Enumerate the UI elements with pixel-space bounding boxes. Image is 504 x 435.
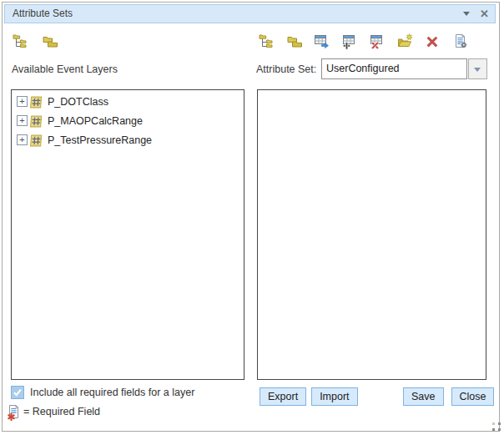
export-button[interactable]: Export (260, 387, 306, 406)
event-layers-tree-icon[interactable] (13, 33, 29, 51)
import-button[interactable]: Import (311, 387, 357, 406)
tree-item-label[interactable]: P_TestPressureRange (48, 131, 152, 150)
tree-row[interactable]: + P_TestPressureRange (12, 131, 244, 150)
include-required-fields-label: Include all required fields for a layer (30, 386, 194, 400)
combobox-dropdown-button[interactable] (468, 58, 487, 79)
close-icon[interactable]: ✕ (480, 6, 489, 23)
document-asterisk-icon (7, 404, 22, 424)
new-folder-icon[interactable] (396, 33, 413, 51)
delete-icon[interactable] (424, 33, 441, 51)
tree-row[interactable]: + P_DOTClass (12, 93, 244, 112)
dialog-title: Attribute Sets (13, 5, 73, 23)
attribute-set-fields-panel[interactable] (257, 89, 486, 380)
export-table-icon[interactable] (314, 33, 330, 51)
save-close-buttons: Save Close (403, 387, 494, 406)
import-export-buttons: Export Import (260, 387, 358, 406)
attribute-set-label: Attribute Set: (256, 61, 316, 78)
toolbar-right (259, 33, 468, 53)
toolbar-left (13, 33, 58, 53)
chevron-down-icon[interactable] (463, 12, 470, 16)
required-field-legend-text: = Required Field (23, 404, 100, 420)
available-event-layers-panel[interactable]: + P_DOTClass + P_MAOPCalcRange + (11, 89, 244, 380)
include-required-fields-checkbox[interactable] (11, 386, 24, 399)
attribute-set-value[interactable]: UserConfigured (321, 58, 467, 79)
event-layer-icon (29, 95, 43, 113)
expand-plus-icon[interactable]: + (17, 96, 28, 107)
event-layers-tree-icon[interactable] (259, 33, 275, 51)
tree-row[interactable]: + P_MAOPCalcRange (12, 112, 244, 131)
available-event-layers-heading: Available Event Layers (12, 61, 118, 78)
titlebar: Attribute Sets ✕ (4, 4, 496, 23)
chevron-down-icon (474, 68, 481, 72)
resize-grip[interactable] (490, 422, 501, 432)
tree-item-label[interactable]: P_DOTClass (48, 93, 108, 112)
remove-table-icon[interactable] (369, 33, 386, 51)
attribute-set-combobox[interactable]: UserConfigured (321, 58, 487, 79)
event-layer-icon (29, 134, 43, 151)
event-layer-icon (29, 114, 43, 132)
open-folders-icon[interactable] (286, 33, 303, 51)
report-settings-icon[interactable] (451, 33, 468, 51)
open-folders-icon[interactable] (42, 33, 58, 51)
close-button[interactable]: Close (451, 387, 495, 406)
expand-plus-icon[interactable]: + (17, 115, 28, 126)
tree-item-label[interactable]: P_MAOPCalcRange (48, 112, 143, 131)
add-table-icon[interactable] (341, 33, 358, 51)
save-button[interactable]: Save (403, 387, 444, 406)
expand-plus-icon[interactable]: + (17, 134, 28, 145)
